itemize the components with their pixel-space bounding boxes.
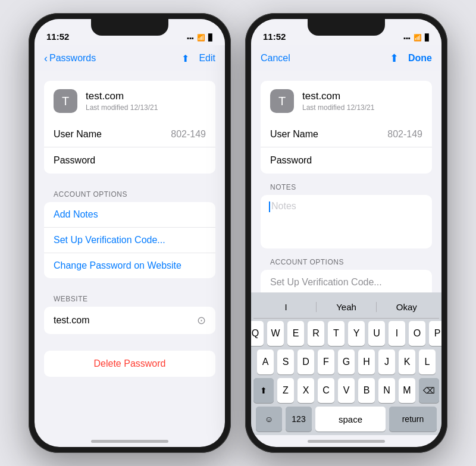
key-123[interactable]: 123 (286, 407, 312, 432)
wifi-icon-right: 📶 (414, 34, 422, 42)
key-i[interactable]: I (389, 321, 405, 346)
edit-button-left[interactable]: Edit (199, 53, 215, 64)
suggestion-okay[interactable]: Okay (377, 298, 437, 316)
key-j[interactable]: J (378, 350, 395, 374)
key-c[interactable]: C (318, 378, 334, 403)
account-options-label-left: ACCOUNT OPTIONS (35, 190, 225, 199)
site-icon-left: T (54, 89, 77, 113)
back-arrow-icon: ‹ (44, 52, 48, 65)
home-indicator-left (35, 435, 225, 447)
key-k[interactable]: K (399, 350, 415, 374)
key-t[interactable]: T (328, 321, 345, 346)
username-label-left: User Name (54, 129, 171, 140)
share-icon-right[interactable]: ⬆ (390, 52, 399, 65)
notes-section-label: NOTES (251, 183, 441, 191)
home-bar-right (308, 440, 385, 443)
password-row-left[interactable]: Password (44, 147, 215, 174)
username-row-left[interactable]: User Name 802-149 (44, 121, 215, 147)
nav-right-left: ⬆ Edit (181, 53, 215, 64)
site-info-right: test.com Last modified 12/13/21 (302, 90, 422, 112)
key-f[interactable]: F (318, 350, 334, 374)
key-p[interactable]: P (429, 321, 441, 346)
content-left: T test.com Last modified 12/13/21 User N… (35, 71, 225, 435)
notes-input-area[interactable]: Notes (261, 195, 432, 248)
keyboard-suggestions: I Yeah Okay (253, 296, 439, 319)
site-name-left: test.com (86, 90, 206, 102)
username-value-left: 802-149 (171, 129, 206, 140)
key-y[interactable]: Y (348, 321, 365, 346)
battery-icon: ▊ (208, 34, 213, 42)
content-right: T test.com Last modified 12/13/21 User N… (251, 71, 441, 292)
keyboard-bottom-row: ☺ 123 space return (253, 407, 439, 432)
key-o[interactable]: O (409, 321, 425, 346)
signal-icon: ▪▪▪ (187, 34, 194, 42)
key-w[interactable]: W (267, 321, 284, 346)
website-label: WEBSITE (35, 295, 225, 303)
key-h[interactable]: H (358, 350, 375, 374)
suggestion-i[interactable]: I (256, 298, 316, 316)
username-value-right: 802-149 (387, 129, 422, 140)
keyboard-row2: A S D F G H J K L (253, 350, 439, 374)
battery-icon-right: ▊ (425, 34, 430, 42)
key-n[interactable]: N (378, 378, 395, 403)
notch-left (91, 19, 168, 36)
key-return[interactable]: return (389, 407, 437, 432)
time-left: 11:52 (46, 32, 69, 42)
username-row-right[interactable]: User Name 802-149 (261, 121, 432, 147)
phone-left: 11:52 ▪▪▪ 📶 ▊ ‹ Passwords ⬆ Edit (29, 13, 231, 453)
key-shift[interactable]: ⬆ (253, 378, 274, 403)
time-right: 11:52 (263, 32, 286, 42)
password-label-left: Password (54, 155, 206, 166)
key-g[interactable]: G (338, 350, 355, 374)
key-m[interactable]: M (399, 378, 415, 403)
status-icons-left: ▪▪▪ 📶 ▊ (187, 34, 213, 42)
delete-password-btn[interactable]: Delete Password (44, 351, 215, 377)
key-delete[interactable]: ⌫ (419, 378, 439, 403)
password-row-right[interactable]: Password (261, 147, 432, 174)
suggestion-yeah[interactable]: Yeah (316, 298, 376, 316)
site-icon-right: T (270, 89, 294, 113)
change-password-btn-left[interactable]: Change Password on Website (44, 253, 215, 278)
key-emoji[interactable]: ☺ (256, 407, 282, 432)
keyboard-row3: ⬆ Z X C V B N M ⌫ (253, 378, 439, 403)
phone-right: 11:52 ▪▪▪ 📶 ▊ Cancel ⬆ Done T (245, 13, 447, 453)
key-b[interactable]: B (358, 378, 375, 403)
keyboard: I Yeah Okay Q W E R T Y U I O P A S (251, 292, 441, 435)
cancel-button[interactable]: Cancel (261, 53, 290, 64)
setup-verification-btn-left[interactable]: Set Up Verification Code... (44, 228, 215, 253)
key-z[interactable]: Z (277, 378, 294, 403)
key-d[interactable]: D (298, 350, 314, 374)
site-modified-left: Last modified 12/13/21 (86, 103, 206, 112)
share-icon-left[interactable]: ⬆ (181, 53, 189, 64)
back-button-left[interactable]: ‹ Passwords (44, 52, 96, 65)
site-card-right: T test.com Last modified 12/13/21 User N… (261, 81, 432, 174)
nav-bar-left: ‹ Passwords ⬆ Edit (35, 45, 225, 71)
done-button[interactable]: Done (408, 53, 432, 64)
signal-icon-right: ▪▪▪ (403, 34, 411, 42)
key-l[interactable]: L (419, 350, 436, 374)
delete-card: Delete Password (44, 351, 215, 377)
key-v[interactable]: V (338, 378, 355, 403)
notch-right (308, 19, 385, 36)
key-u[interactable]: U (368, 321, 385, 346)
add-notes-btn[interactable]: Add Notes (44, 202, 215, 228)
key-space[interactable]: space (315, 407, 386, 432)
account-options-card-right: Set Up Verification Code... Change Passw… (261, 270, 432, 292)
website-value: test.com (54, 315, 197, 326)
key-s[interactable]: S (277, 350, 294, 374)
key-x[interactable]: X (298, 378, 314, 403)
site-card-left: T test.com Last modified 12/13/21 User N… (44, 81, 215, 174)
key-e[interactable]: E (287, 321, 304, 346)
notes-placeholder: Notes (271, 201, 296, 211)
back-label-left: Passwords (49, 53, 96, 64)
key-a[interactable]: A (257, 350, 274, 374)
key-q[interactable]: Q (251, 321, 264, 346)
website-row[interactable]: test.com ⊙ (44, 307, 215, 334)
key-r[interactable]: R (308, 321, 324, 346)
account-options-label-right: ACCOUNT OPTIONS (251, 258, 441, 266)
text-cursor (269, 201, 270, 212)
site-info-left: test.com Last modified 12/13/21 (86, 90, 206, 112)
nav-right-right: ⬆ Done (390, 52, 432, 65)
site-name-right: test.com (302, 90, 422, 102)
keyboard-row1: Q W E R T Y U I O P (253, 321, 439, 346)
